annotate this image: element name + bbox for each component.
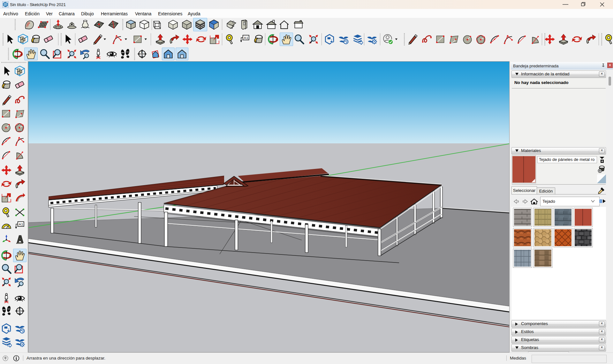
svg-text:A1: A1 [244,36,248,40]
svg-text:C: C [19,308,20,311]
svg-text:A-S: A-S [140,55,144,57]
svg-text:C: C [141,51,143,54]
svg-text:A1: A1 [19,222,23,227]
svg-text:A-S: A-S [18,312,21,315]
